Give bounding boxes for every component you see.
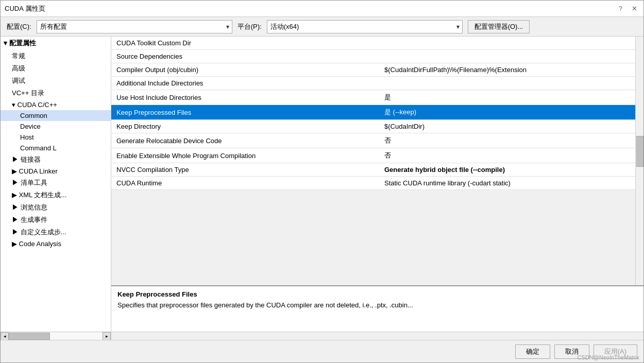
description-title: Keep Preprocessed Files: [117, 290, 637, 298]
bottom-area: ◂ ▸: [1, 332, 643, 340]
tree-item-pei-zhi-shu-xing[interactable]: ▾ 配置属性: [1, 37, 111, 50]
config-select-wrapper: 所有配置: [37, 20, 232, 33]
tree-item-vc-mulu[interactable]: VC++ 目录: [1, 87, 111, 99]
scrollbar-track: [635, 37, 643, 285]
prop-row-compiler-output[interactable]: Compiler Output (obj/cubin)$(CudaIntDirF…: [111, 63, 643, 77]
tree-item-label-command-l: Command L: [20, 144, 57, 152]
tree-item-label-build-events: ▶ 生成事件: [12, 216, 47, 223]
title-bar-left: CUDA 属性页: [5, 4, 45, 13]
config-label: 配置(C):: [7, 22, 31, 31]
tree-item-build-events[interactable]: ▶ 生成事件: [1, 214, 111, 226]
tree-container: ▾ 配置属性常规高级调试VC++ 目录▾ CUDA C/C++CommonDev…: [1, 37, 111, 249]
footer: 确定 取消 应用(A) CSDN@NeoInTheMatrix: [1, 340, 643, 362]
h-scroll-track: [9, 333, 103, 340]
tree-item-custom-build[interactable]: ▶ 自定义生成步...: [1, 226, 111, 238]
description-area: Keep Preprocessed Files Specifies that p…: [111, 285, 643, 332]
tree-item-tiao-shi[interactable]: 调试: [1, 75, 111, 87]
tree-item-label-cuda-cpp: ▾ CUDA C/C++: [12, 101, 57, 109]
left-panel: ▾ 配置属性常规高级调试VC++ 目录▾ CUDA C/C++CommonDev…: [1, 37, 111, 332]
tree-item-label-device: Device: [20, 123, 41, 130]
tree-item-label-custom-build: ▶ 自定义生成步...: [12, 228, 66, 236]
properties-table: CUDA Toolkit Custom DirSource Dependenci…: [111, 37, 643, 190]
prop-name-nvcc-compilation-type: NVCC Compilation Type: [111, 163, 379, 177]
prop-row-use-host-include-dirs[interactable]: Use Host Include Directories是: [111, 90, 643, 105]
spacer: [111, 332, 643, 340]
platform-select-wrapper: 活动(x64): [267, 20, 463, 33]
tree-item-label-lian-jie-qi: ▶ 链接器: [12, 155, 41, 163]
tree-item-label-browse: ▶ 浏览信息: [12, 203, 47, 211]
tree-item-browse[interactable]: ▶ 浏览信息: [1, 201, 111, 214]
tree-item-lian-jie-qi[interactable]: ▶ 链接器: [1, 153, 111, 166]
prop-value-use-host-include-dirs: 是: [379, 90, 643, 105]
prop-value-nvcc-compilation-type: Generate hybrid object file (--compile): [379, 163, 643, 177]
prop-name-enable-extensible: Enable Extensible Whole Program Compilat…: [111, 148, 379, 163]
tree-item-device[interactable]: Device: [1, 121, 111, 132]
tree-item-label-cuda-linker: ▶ CUDA Linker: [12, 167, 58, 175]
tree-item-gao-ji[interactable]: 高级: [1, 62, 111, 75]
config-row: 配置(C): 所有配置 平台(P): 活动(x64) 配置管理器(O)...: [1, 17, 643, 37]
tree-item-label-code-analysis: ▶ Code Analysis: [12, 240, 61, 248]
properties-area: CUDA Toolkit Custom DirSource Dependenci…: [111, 37, 643, 285]
main-content: ▾ 配置属性常规高级调试VC++ 目录▾ CUDA C/C++CommonDev…: [1, 37, 643, 332]
tree-item-label-vc-mulu: VC++ 目录: [12, 89, 44, 97]
prop-row-generate-relocatable[interactable]: Generate Relocatable Device Code否: [111, 133, 643, 148]
config-manager-button[interactable]: 配置管理器(O)...: [468, 20, 530, 33]
tree-item-cuda-cpp[interactable]: ▾ CUDA C/C++: [1, 99, 111, 110]
prop-name-source-dependencies: Source Dependencies: [111, 50, 379, 63]
tree-item-label-tiao-shi: 调试: [12, 77, 25, 84]
prop-value-generate-relocatable: 否: [379, 133, 643, 148]
tree-item-command-l[interactable]: Command L: [1, 143, 111, 153]
tree-item-label-common: Common: [20, 112, 47, 119]
prop-row-enable-extensible[interactable]: Enable Extensible Whole Program Compilat…: [111, 148, 643, 163]
config-select[interactable]: 所有配置: [37, 20, 232, 33]
properties-body: CUDA Toolkit Custom DirSource Dependenci…: [111, 37, 643, 190]
ok-button[interactable]: 确定: [515, 344, 550, 359]
title-bar-right: ? ✕: [617, 4, 639, 13]
prop-name-cuda-runtime: CUDA Runtime: [111, 177, 379, 190]
prop-name-keep-preprocessed-files: Keep Preprocessed Files: [111, 105, 379, 120]
prop-name-additional-include-dirs: Additional Include Directories: [111, 77, 379, 90]
tree-item-host[interactable]: Host: [1, 132, 111, 143]
tree-item-code-analysis[interactable]: ▶ Code Analysis: [1, 238, 111, 249]
prop-row-cuda-toolkit-custom-dir[interactable]: CUDA Toolkit Custom Dir: [111, 37, 643, 50]
prop-row-keep-preprocessed-files[interactable]: Keep Preprocessed Files是 (--keep): [111, 105, 643, 120]
tree-item-label-gao-ji: 高级: [12, 64, 25, 72]
tree-item-chang-gui[interactable]: 常规: [1, 50, 111, 62]
prop-value-keep-directory: $(CudaIntDir): [379, 120, 643, 133]
tree-item-xml-doc[interactable]: ▶ XML 文档生成...: [1, 189, 111, 201]
title-bar: CUDA 属性页 ? ✕: [1, 1, 643, 17]
tree-item-label-chang-gui: 常规: [12, 52, 25, 60]
tree-item-qing-dan-gong-ju[interactable]: ▶ 清单工具: [1, 177, 111, 189]
scroll-right-button[interactable]: ▸: [103, 332, 111, 340]
prop-row-cuda-runtime[interactable]: CUDA RuntimeStatic CUDA runtime library …: [111, 177, 643, 190]
prop-name-use-host-include-dirs: Use Host Include Directories: [111, 90, 379, 105]
prop-row-keep-directory[interactable]: Keep Directory$(CudaIntDir): [111, 120, 643, 133]
h-scroll-thumb[interactable]: [9, 333, 50, 340]
scroll-left-button[interactable]: ◂: [1, 332, 9, 340]
window-title: CUDA 属性页: [5, 4, 45, 13]
prop-name-cuda-toolkit-custom-dir: CUDA Toolkit Custom Dir: [111, 37, 379, 50]
prop-value-additional-include-dirs: [379, 77, 643, 90]
prop-row-nvcc-compilation-type[interactable]: NVCC Compilation TypeGenerate hybrid obj…: [111, 163, 643, 177]
close-button[interactable]: ✕: [630, 4, 639, 13]
platform-label: 平台(P):: [238, 22, 262, 31]
tree-item-label-xml-doc: ▶ XML 文档生成...: [12, 191, 66, 199]
prop-value-source-dependencies: [379, 50, 643, 63]
prop-value-keep-preprocessed-files: 是 (--keep): [379, 105, 643, 120]
prop-value-enable-extensible: 否: [379, 148, 643, 163]
prop-value-compiler-output: $(CudaIntDirFullPath)\%(Filename)%(Exten…: [379, 63, 643, 77]
prop-value-cuda-toolkit-custom-dir: [379, 37, 643, 50]
prop-row-source-dependencies[interactable]: Source Dependencies: [111, 50, 643, 63]
scrollbar-thumb[interactable]: [636, 136, 643, 167]
prop-row-additional-include-dirs[interactable]: Additional Include Directories: [111, 77, 643, 90]
right-panel: CUDA Toolkit Custom DirSource Dependenci…: [111, 37, 643, 332]
prop-name-compiler-output: Compiler Output (obj/cubin): [111, 63, 379, 77]
h-scroll-area: ◂ ▸: [1, 332, 111, 340]
help-button[interactable]: ?: [617, 4, 624, 13]
tree-item-cuda-linker[interactable]: ▶ CUDA Linker: [1, 166, 111, 177]
description-text: Specifies that preprocessor files genera…: [117, 300, 637, 310]
tree-item-common[interactable]: Common: [1, 110, 111, 121]
watermark: CSDN@NeoInTheMatrix: [577, 354, 639, 360]
platform-select[interactable]: 活动(x64): [267, 20, 463, 33]
tree-item-label-host: Host: [20, 133, 34, 141]
